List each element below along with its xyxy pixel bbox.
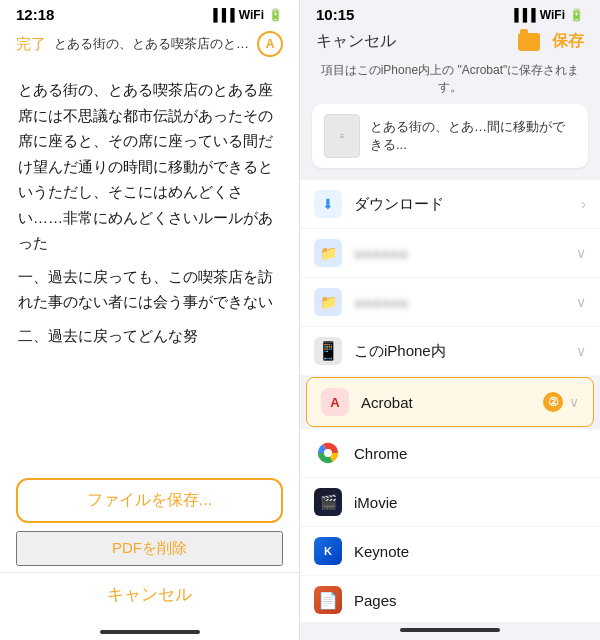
battery-icon-right: 🔋 (569, 8, 584, 22)
content-text: とある街の、とある喫茶店のとある座席には不思議な都市伝説があったその席に座ると、… (18, 77, 281, 256)
right-info-text: 項目はこのiPhone内上の "Acrobat"に保存されます。 (300, 60, 600, 104)
file-card-title: とある街の、とあ…間に移動ができる... (370, 118, 576, 154)
content-text-2: 一、過去に戻っても、この喫茶店を訪れた事のない者には会う事ができない (18, 264, 281, 315)
wifi-icon-right: WiFi (540, 8, 565, 22)
left-panel: 12:18 ▐▐▐ WiFi 🔋 完了 とある街の、とある喫茶店のとあ… A と… (0, 0, 300, 640)
chevron-icon-4: ∨ (576, 343, 586, 359)
list-label-acrobat: Acrobat (361, 394, 543, 411)
wifi-icon: WiFi (239, 8, 264, 22)
file-card: ≡ とある街の、とあ…間に移動ができる... (312, 104, 588, 168)
chevron-icon-3: ∨ (576, 294, 586, 310)
save-file-button[interactable]: ファイルを保存... (16, 478, 283, 523)
nav-title: とある街の、とある喫茶店のとあ… (54, 35, 249, 53)
chevron-icon-2: ∨ (576, 245, 586, 261)
list-label-iphone: このiPhone内 (354, 342, 576, 361)
list-label-pages: Pages (354, 592, 586, 609)
list-item-acrobat[interactable]: A Acrobat ② ∨ (306, 377, 594, 427)
file-thumb-lines: ≡ (340, 132, 345, 141)
signal-icon-right: ▐▐▐ (510, 8, 536, 22)
left-status-icons: ▐▐▐ WiFi 🔋 (209, 8, 283, 22)
list-item-download[interactable]: ⬇ ダウンロード › (300, 180, 600, 228)
iphone-icon: 📱 (314, 337, 342, 365)
badge-2: ② (543, 392, 563, 412)
nav-done-button[interactable]: 完了 (16, 35, 46, 54)
list-label-folder1: ●●●●●● (354, 245, 576, 262)
right-status-bar: 10:15 ▐▐▐ WiFi 🔋 (300, 0, 600, 27)
chevron-icon-5: ∨ (569, 394, 579, 410)
svg-point-1 (324, 449, 332, 457)
left-status-bar: 12:18 ▐▐▐ WiFi 🔋 (0, 0, 299, 27)
acrobat-icon: A (321, 388, 349, 416)
list-item-chrome[interactable]: Chrome (300, 429, 600, 477)
list-label-download: ダウンロード (354, 195, 581, 214)
file-thumbnail: ≡ (324, 114, 360, 158)
list-label-folder2: ●●●●●● (354, 294, 576, 311)
folder-nav-icon (518, 33, 540, 51)
left-cancel-bar: キャンセル (0, 572, 299, 626)
battery-icon: 🔋 (268, 8, 283, 22)
right-panel: 10:15 ▐▐▐ WiFi 🔋 キャンセル 保存 項目はこのiPhone内上の… (300, 0, 600, 640)
list-item-folder2[interactable]: 📁 ●●●●●● ∨ (300, 278, 600, 326)
folder1-icon: 📁 (314, 239, 342, 267)
list-item-iphone[interactable]: 📱 このiPhone内 ∨ (300, 327, 600, 375)
list-label-imovie: iMovie (354, 494, 586, 511)
save-button-right[interactable]: 保存 (552, 31, 584, 52)
list-item-imovie[interactable]: 🎬 iMovie (300, 478, 600, 526)
imovie-icon: 🎬 (314, 488, 342, 516)
pages-icon: 📄 (314, 586, 342, 614)
cancel-button-left[interactable]: キャンセル (107, 585, 192, 604)
home-indicator-right (400, 628, 500, 632)
chrome-icon (314, 439, 342, 467)
list-item-keynote[interactable]: K Keynote (300, 527, 600, 575)
list-label-keynote: Keynote (354, 543, 586, 560)
chevron-icon: › (581, 196, 586, 212)
left-nav: 完了 とある街の、とある喫茶店のとあ… A (0, 27, 299, 65)
content-text-3: 二、過去に戻ってどんな努 (18, 323, 281, 349)
folder2-icon: 📁 (314, 288, 342, 316)
home-indicator-left (100, 630, 200, 634)
right-nav: キャンセル 保存 (300, 27, 600, 60)
left-actions: ファイルを保存... PDFを削除 (0, 468, 299, 572)
delete-pdf-button[interactable]: PDFを削除 (16, 531, 283, 566)
left-time: 12:18 (16, 6, 54, 23)
right-status-icons: ▐▐▐ WiFi 🔋 (510, 8, 584, 22)
app-list: ⬇ ダウンロード › 📁 ●●●●●● ∨ 📁 ●●●●●● ∨ 📱 このiPh… (300, 180, 600, 622)
nav-circle: A (257, 31, 283, 57)
left-content: とある街の、とある喫茶店のとある座席には不思議な都市伝説があったその席に座ると、… (0, 65, 299, 468)
right-time: 10:15 (316, 6, 354, 23)
list-label-chrome: Chrome (354, 445, 586, 462)
download-icon: ⬇ (314, 190, 342, 218)
cancel-button-right[interactable]: キャンセル (316, 31, 396, 52)
right-nav-icons: 保存 (518, 31, 584, 52)
list-item-folder1[interactable]: 📁 ●●●●●● ∨ (300, 229, 600, 277)
signal-icon: ▐▐▐ (209, 8, 235, 22)
list-item-pages[interactable]: 📄 Pages (300, 576, 600, 622)
keynote-icon: K (314, 537, 342, 565)
